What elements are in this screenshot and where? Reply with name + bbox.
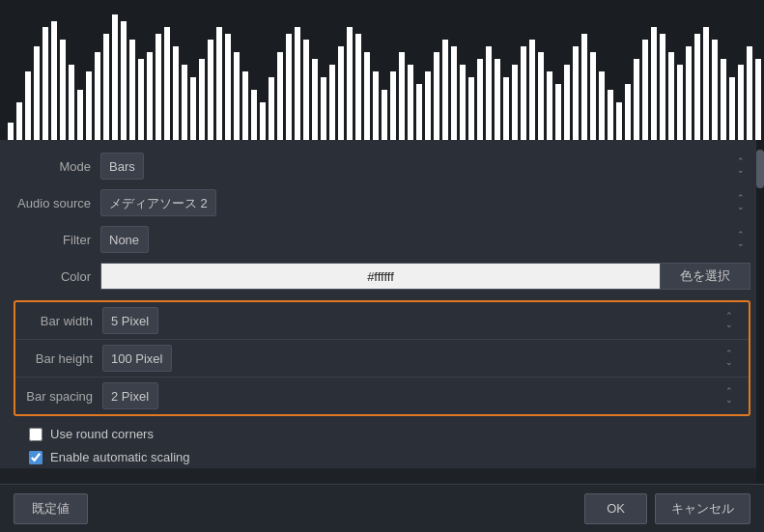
viz-bar (173, 46, 179, 141)
round-corners-row: Use round corners (0, 422, 764, 445)
viz-bar (686, 46, 692, 141)
round-corners-checkbox[interactable] (29, 428, 42, 441)
bar-height-row: Bar height 100 Pixel (15, 340, 749, 378)
bar-width-label: Bar width (25, 314, 102, 328)
viz-bar (590, 52, 596, 140)
viz-bar (216, 27, 222, 140)
viz-bar (208, 40, 213, 140)
viz-bar (425, 71, 431, 141)
visualization-area (0, 0, 764, 140)
viz-bar (521, 46, 526, 141)
viz-bar (747, 46, 752, 141)
defaults-button[interactable]: 既定値 (14, 493, 88, 524)
audio-source-select-wrapper: メディアソース 2 (100, 189, 750, 216)
viz-bar (260, 102, 266, 140)
ok-cancel-group: OK キャンセル (584, 493, 750, 524)
viz-bar (95, 52, 100, 140)
viz-bar (164, 27, 170, 140)
filter-label: Filter (14, 233, 100, 247)
viz-bar (373, 71, 379, 141)
bar-spacing-select[interactable]: 2 Pixel (102, 382, 158, 409)
viz-bar (703, 27, 709, 140)
viz-bar (190, 77, 196, 140)
viz-bar (295, 27, 300, 140)
viz-bar (303, 40, 309, 140)
color-label: Color (14, 269, 100, 284)
bar-width-select-wrapper: 5 Pixel (102, 307, 739, 334)
viz-bar (42, 27, 48, 140)
viz-bar (112, 14, 118, 140)
mode-row: Mode Bars (0, 148, 764, 184)
viz-bar (199, 59, 205, 141)
viz-bar (547, 71, 552, 141)
color-hex-input[interactable] (100, 263, 661, 290)
bar-height-select[interactable]: 100 Pixel (102, 345, 172, 372)
viz-bar (390, 71, 396, 141)
viz-bar (755, 59, 761, 141)
viz-bar (51, 21, 57, 141)
mode-select-wrapper: Bars (100, 153, 750, 180)
cancel-button[interactable]: キャンセル (655, 493, 750, 524)
scrollbar[interactable] (756, 140, 764, 484)
viz-bar (642, 40, 648, 140)
viz-bar (616, 102, 622, 140)
filter-select-wrapper: None (100, 226, 750, 253)
viz-bar (503, 77, 509, 140)
filter-row: Filter None (0, 221, 764, 258)
audio-source-select[interactable]: メディアソース 2 (100, 189, 216, 216)
viz-bar (182, 65, 187, 140)
viz-bar (625, 84, 631, 141)
color-row: Color 色を選択 (0, 258, 764, 294)
auto-scaling-checkbox[interactable] (29, 451, 42, 464)
viz-bar (121, 21, 127, 141)
bar-height-label: Bar height (25, 351, 102, 366)
viz-bar (251, 90, 257, 140)
viz-bar (312, 59, 318, 141)
viz-bar (538, 52, 544, 140)
viz-bar (468, 77, 474, 140)
viz-bar (16, 102, 22, 140)
viz-bar (277, 52, 283, 140)
viz-bar (286, 34, 292, 141)
viz-bar (103, 34, 109, 141)
viz-bar (477, 59, 483, 141)
viz-bar (347, 27, 353, 140)
viz-bar (147, 52, 153, 140)
mode-select[interactable]: Bars (100, 153, 144, 180)
mode-label: Mode (14, 159, 100, 174)
filter-select[interactable]: None (100, 226, 149, 253)
color-pick-button[interactable]: 色を選択 (661, 263, 750, 290)
viz-bar (242, 71, 248, 141)
ok-button[interactable]: OK (584, 493, 647, 524)
viz-bar (555, 84, 561, 141)
viz-bar (512, 65, 518, 140)
viz-bar (651, 27, 657, 140)
viz-bar (408, 65, 413, 140)
viz-bar (364, 52, 370, 140)
viz-bar (564, 65, 570, 140)
bar-width-select[interactable]: 5 Pixel (102, 307, 158, 334)
viz-bar (573, 46, 579, 141)
viz-bar (225, 34, 231, 141)
viz-bar (382, 90, 387, 140)
viz-bar (86, 71, 92, 141)
viz-bar (269, 77, 274, 140)
viz-bar (712, 40, 718, 140)
viz-bar (529, 40, 535, 140)
viz-bar (434, 52, 439, 140)
viz-bar (721, 59, 726, 141)
viz-bar (694, 34, 700, 141)
bar-spacing-row: Bar spacing 2 Pixel (15, 378, 749, 414)
viz-bar (416, 84, 422, 141)
viz-bar (608, 90, 613, 140)
scrollbar-thumb[interactable] (756, 150, 764, 188)
viz-bar (77, 90, 83, 140)
viz-bar (338, 46, 344, 141)
viz-bar (660, 34, 665, 141)
bar-height-select-wrapper: 100 Pixel (102, 345, 739, 372)
viz-bar (677, 65, 683, 140)
viz-bar (329, 65, 335, 140)
viz-bar (729, 77, 735, 140)
viz-bar (495, 59, 500, 141)
viz-bar (634, 59, 639, 141)
